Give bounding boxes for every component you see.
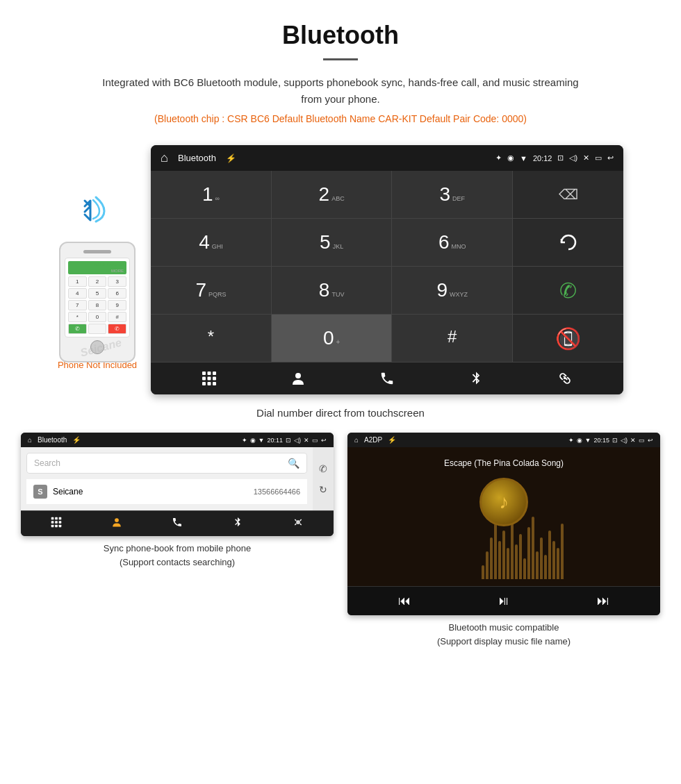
viz-bar xyxy=(532,517,534,579)
search-placeholder: Search xyxy=(34,458,60,468)
dial-key-1[interactable]: 1∞ xyxy=(151,171,272,218)
home-icon[interactable]: ⌂ xyxy=(161,151,168,165)
dial-key-5[interactable]: 5JKL xyxy=(272,219,393,266)
svg-rect-12 xyxy=(59,517,62,520)
viz-bar xyxy=(519,534,522,579)
viz-bar xyxy=(498,541,501,579)
next-track-button[interactable]: ⏭ xyxy=(597,594,609,608)
dial-caption: Dial number direct from touchscreen xyxy=(0,407,681,419)
svg-rect-7 xyxy=(208,382,211,385)
viz-bar xyxy=(515,544,518,579)
pb-close-icon[interactable]: ✕ xyxy=(304,437,309,444)
car-bottom-nav xyxy=(151,362,623,394)
backspace-button[interactable]: ⌫ xyxy=(513,171,623,219)
phonebook-screen: ⌂ Bluetooth ⚡ ✦ ◉ ▼ 20:11 ⊡ ◁) ✕ ▭ ↩ xyxy=(21,433,334,536)
dialpad-row-1: 1∞ 2ABC 3DEF xyxy=(151,171,512,219)
dialpad-row-4: * 0+ # xyxy=(151,315,512,362)
dial-key-hash[interactable]: # xyxy=(392,315,512,362)
contact-row[interactable]: S Seicane 13566664466 xyxy=(26,479,307,505)
music-bt-icon: ✦ xyxy=(568,437,574,444)
music-body: Escape (The Pina Colada Song) ♪ xyxy=(347,447,660,586)
dial-key-2[interactable]: 2ABC xyxy=(272,171,393,218)
pb-nav-dialpad[interactable] xyxy=(51,517,62,531)
phone-keypad: 1 2 3 4 5 6 7 8 9 * 0 # ✆ ✆ xyxy=(68,276,126,334)
dial-key-0[interactable]: 0+ xyxy=(272,315,393,362)
car-dial-screen: ⌂ Bluetooth ⚡ ✦ ◉ ▼ 20:12 ⊡ ◁) ✕ ▭ ↩ xyxy=(151,145,623,394)
pb-home-icon[interactable]: ⌂ xyxy=(28,436,32,444)
pb-vol-icon: ◁) xyxy=(294,437,301,444)
dial-key-3[interactable]: 3DEF xyxy=(392,171,512,218)
search-bar[interactable]: Search 🔍 xyxy=(26,453,307,474)
pb-nav-phone[interactable] xyxy=(172,517,183,531)
nav-link-icon[interactable] xyxy=(557,371,573,386)
back-icon[interactable]: ↩ xyxy=(607,153,614,162)
music-vol-icon: ◁) xyxy=(621,437,627,444)
dialpad-row-3: 7PQRS 8TUV 9WXYZ xyxy=(151,267,512,315)
viz-bar xyxy=(527,527,530,579)
dial-key-8[interactable]: 8TUV xyxy=(272,267,393,314)
music-screen: ⌂ A2DP ⚡ ✦ ◉ ▼ 20:15 ⊡ ◁) ✕ ▭ ↩ xyxy=(347,433,660,615)
music-close-icon[interactable]: ✕ xyxy=(630,437,636,444)
dial-key-star[interactable]: * xyxy=(151,315,272,362)
svg-rect-4 xyxy=(208,377,211,381)
viz-bar xyxy=(552,541,555,579)
viz-bar xyxy=(486,551,489,579)
music-home-icon[interactable]: ⌂ xyxy=(354,436,359,444)
dial-key-9[interactable]: 9WXYZ xyxy=(392,267,512,314)
music-cam-icon: ⊡ xyxy=(612,437,618,444)
nav-person-icon[interactable] xyxy=(290,371,306,386)
phonebook-bottom-nav xyxy=(21,510,334,536)
dial-key-7[interactable]: 7PQRS xyxy=(151,267,272,314)
phonebook-body: Search 🔍 S Seicane 13566664466 ✆ ↻ xyxy=(21,447,334,510)
nav-dialpad-icon[interactable] xyxy=(202,371,217,386)
play-pause-button[interactable]: ⏯ xyxy=(498,594,510,608)
signal-icon: ▼ xyxy=(520,154,527,162)
phonebook-screen-header: ⌂ Bluetooth ⚡ ✦ ◉ ▼ 20:11 ⊡ ◁) ✕ ▭ ↩ xyxy=(21,433,334,447)
search-icon[interactable]: 🔍 xyxy=(288,458,300,469)
pb-time: 20:11 xyxy=(267,437,283,444)
viz-bar xyxy=(557,548,559,579)
music-caption: Bluetooth music compatible (Support disp… xyxy=(437,621,571,648)
phonebook-section: ⌂ Bluetooth ⚡ ✦ ◉ ▼ 20:11 ⊡ ◁) ✕ ▭ ↩ xyxy=(21,433,334,648)
prev-track-button[interactable]: ⏮ xyxy=(398,594,411,608)
pb-cam-icon: ⊡ xyxy=(286,437,291,444)
pb-nav-link[interactable] xyxy=(293,517,304,531)
phonebook-main: Search 🔍 S Seicane 13566664466 xyxy=(21,447,313,510)
svg-rect-16 xyxy=(51,525,54,528)
spec-text: (Bluetooth chip : CSR BC6 Default Blueto… xyxy=(14,113,667,124)
svg-point-19 xyxy=(115,518,119,522)
pb-call-icon[interactable]: ✆ xyxy=(319,463,327,474)
usb-icon: ⚡ xyxy=(226,153,236,163)
pb-back-icon[interactable]: ↩ xyxy=(321,437,327,444)
svg-rect-10 xyxy=(51,517,54,520)
close-icon[interactable]: ✕ xyxy=(583,153,589,162)
svg-rect-5 xyxy=(213,377,216,381)
contact-name: Seicane xyxy=(53,487,83,497)
end-call-button[interactable]: 📵 xyxy=(513,315,623,362)
svg-rect-6 xyxy=(202,382,206,385)
call-button[interactable]: ✆ xyxy=(513,267,623,315)
pb-title: Bluetooth xyxy=(38,436,67,444)
pb-refresh-icon[interactable]: ↻ xyxy=(319,484,327,495)
svg-rect-18 xyxy=(59,525,62,528)
viz-bar xyxy=(544,555,547,579)
music-note-icon: ♪ xyxy=(499,491,509,513)
pb-nav-bt[interactable] xyxy=(232,517,243,531)
refresh-button[interactable] xyxy=(513,219,623,267)
svg-rect-0 xyxy=(202,372,206,375)
phonebook-caption: Sync phone-book from mobile phone (Suppo… xyxy=(104,542,251,569)
nav-bluetooth-icon[interactable] xyxy=(468,371,484,386)
pb-nav-person[interactable] xyxy=(111,517,122,531)
contact-number: 13566664466 xyxy=(254,487,300,496)
music-loc-icon: ◉ xyxy=(577,437,582,444)
location-icon: ◉ xyxy=(507,153,514,162)
title-divider xyxy=(323,58,358,60)
nav-phone-icon[interactable] xyxy=(379,371,395,386)
svg-rect-13 xyxy=(51,521,54,524)
dial-key-4[interactable]: 4GHI xyxy=(151,219,272,266)
music-controls: ⏮ ⏯ ⏭ xyxy=(347,586,660,615)
svg-rect-8 xyxy=(213,382,216,385)
music-back-icon[interactable]: ↩ xyxy=(648,437,653,444)
pb-loc-icon: ◉ xyxy=(250,437,256,444)
dial-key-6[interactable]: 6MNO xyxy=(392,219,512,266)
